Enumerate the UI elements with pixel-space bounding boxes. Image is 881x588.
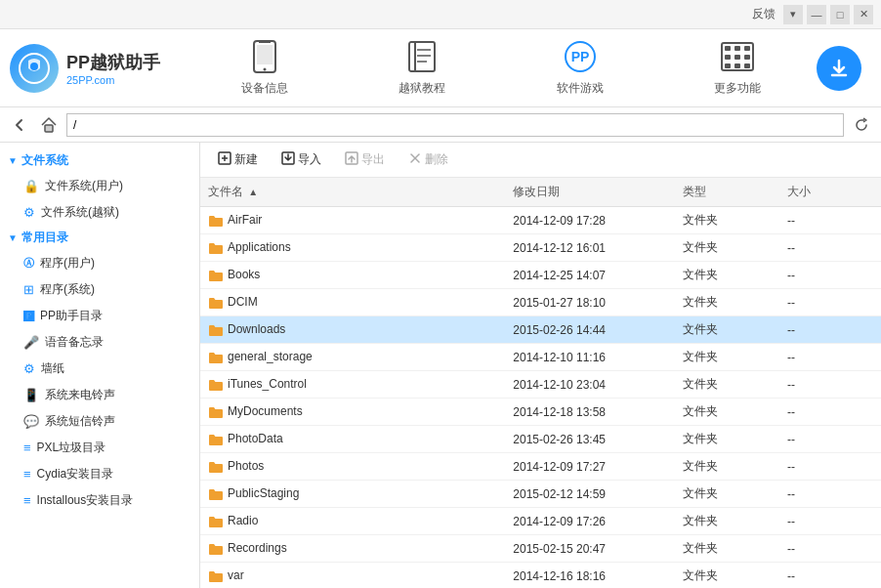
pxl-icon: ≡ xyxy=(23,441,31,455)
address-input[interactable]: / xyxy=(66,113,844,137)
new-icon xyxy=(218,151,231,168)
prog-user-icon: Ⓐ xyxy=(23,256,34,271)
sidebar-item-prog-user[interactable]: Ⓐ 程序(用户) xyxy=(0,250,199,276)
fs-user-label: 文件系统(用户) xyxy=(45,178,123,194)
close-btn[interactable]: ✕ xyxy=(854,5,873,24)
import-button[interactable]: 导入 xyxy=(272,147,331,172)
table-row[interactable]: Recordings 2015-02-15 20:47 文件夹 -- xyxy=(200,535,881,563)
svg-text:PP: PP xyxy=(570,49,589,64)
file-date-cell: 2015-02-26 14:44 xyxy=(505,316,674,344)
export-button[interactable]: 导出 xyxy=(335,147,395,172)
file-size-cell: -- xyxy=(779,371,881,399)
sidebar-item-wallpaper[interactable]: ⚙ 墙纸 xyxy=(0,356,199,382)
feedback-label[interactable]: 反馈 xyxy=(752,6,776,22)
sidebar-item-prog-sys[interactable]: ⊞ 程序(系统) xyxy=(0,276,199,303)
table-row[interactable]: iTunes_Control 2014-12-10 23:04 文件夹 -- xyxy=(200,371,881,399)
folder-icon xyxy=(208,240,224,255)
pp-dir-label: PP助手目录 xyxy=(40,308,103,324)
fs-section-label: 文件系统 xyxy=(21,152,68,169)
logo-area: PP越狱助手 25PP.com xyxy=(10,44,186,93)
table-row[interactable]: Radio 2014-12-09 17:26 文件夹 -- xyxy=(200,508,881,535)
sidebar-item-installous[interactable]: ≡ Installous安装目录 xyxy=(0,487,199,514)
table-row[interactable]: Downloads 2015-02-26 14:44 文件夹 -- xyxy=(200,316,881,344)
file-type-cell: 文件夹 xyxy=(675,316,779,344)
cydia-label: Cydia安装目录 xyxy=(37,466,114,483)
table-row[interactable]: Books 2014-12-25 14:07 文件夹 -- xyxy=(200,262,881,289)
sidebar-item-cydia[interactable]: ≡ Cydia安装目录 xyxy=(0,461,199,487)
table-row[interactable]: Photos 2014-12-09 17:27 文件夹 -- xyxy=(200,453,881,481)
svg-rect-19 xyxy=(744,55,750,60)
sidebar-item-pxl-trash[interactable]: ≡ PXL垃圾目录 xyxy=(0,435,199,461)
sidebar-section-filesystem[interactable]: ▼ 文件系统 xyxy=(0,148,199,173)
pxl-label: PXL垃圾目录 xyxy=(37,440,106,456)
file-date-cell: 2014-12-09 17:26 xyxy=(505,508,674,535)
folder-icon xyxy=(208,295,224,310)
folder-icon xyxy=(208,432,224,446)
file-date-cell: 2014-12-10 11:16 xyxy=(505,344,674,371)
table-row[interactable]: MyDocuments 2014-12-18 13:58 文件夹 -- xyxy=(200,399,881,426)
svg-rect-6 xyxy=(409,42,435,71)
common-section-label: 常用目录 xyxy=(21,230,68,246)
dropdown-btn[interactable]: ▾ xyxy=(783,5,803,24)
col-header-date[interactable]: 修改日期 xyxy=(505,178,674,207)
refresh-button[interactable] xyxy=(850,113,873,137)
nav-item-jailbreak[interactable]: 越狱教程 xyxy=(383,31,461,105)
table-row[interactable]: PhotoData 2015-02-26 13:45 文件夹 -- xyxy=(200,426,881,453)
file-size-cell: -- xyxy=(779,399,881,426)
sidebar-item-ringtone[interactable]: 📱 系统来电铃声 xyxy=(0,382,199,408)
file-name: iTunes_Control xyxy=(228,377,307,391)
file-type-cell: 文件夹 xyxy=(675,481,779,508)
export-icon xyxy=(345,151,358,168)
nav-device-info-label: 设备信息 xyxy=(241,80,288,97)
export-label: 导出 xyxy=(361,151,385,168)
svg-rect-16 xyxy=(744,46,750,51)
file-size-cell: -- xyxy=(779,563,881,589)
sidebar-item-fs-jailbreak[interactable]: ⚙ 文件系统(越狱) xyxy=(0,199,199,226)
nav-more-label: 更多功能 xyxy=(714,80,761,97)
file-name-cell: iTunes_Control xyxy=(200,371,505,399)
file-name-cell: Radio xyxy=(200,508,505,535)
prog-user-label: 程序(用户) xyxy=(40,255,95,272)
table-row[interactable]: Applications 2014-12-12 16:01 文件夹 -- xyxy=(200,234,881,262)
file-name-cell: PhotoData xyxy=(200,426,505,453)
nav-item-device-info[interactable]: 设备信息 xyxy=(226,31,304,105)
wallpaper-icon: ⚙ xyxy=(23,361,35,376)
back-button[interactable] xyxy=(8,113,31,137)
sidebar-item-voice-memo[interactable]: 🎤 语音备忘录 xyxy=(0,329,199,356)
col-header-size[interactable]: 大小 xyxy=(779,178,881,207)
file-name: Photos xyxy=(228,459,264,473)
folder-icon xyxy=(208,350,224,364)
table-row[interactable]: general_storage 2014-12-10 11:16 文件夹 -- xyxy=(200,344,881,371)
file-type-cell: 文件夹 xyxy=(675,453,779,481)
file-type-cell: 文件夹 xyxy=(675,426,779,453)
col-header-type[interactable]: 类型 xyxy=(675,178,779,207)
sidebar-item-pp-dir[interactable]: 🅿 PP助手目录 xyxy=(0,303,199,329)
nav-item-software[interactable]: PP 软件游戏 xyxy=(541,31,619,105)
download-button[interactable] xyxy=(817,46,861,91)
sidebar-item-sms-tone[interactable]: 💬 系统短信铃声 xyxy=(0,408,199,435)
ringtone-icon: 📱 xyxy=(23,388,39,402)
maximize-btn[interactable]: □ xyxy=(830,5,850,24)
folder-icon xyxy=(208,213,224,228)
table-row[interactable]: PublicStaging 2015-02-12 14:59 文件夹 -- xyxy=(200,481,881,508)
sidebar-section-common[interactable]: ▼ 常用目录 xyxy=(0,226,199,250)
minimize-btn[interactable]: — xyxy=(807,5,826,24)
table-row[interactable]: DCIM 2015-01-27 18:10 文件夹 -- xyxy=(200,289,881,316)
col-header-name[interactable]: 文件名 ▲ xyxy=(200,178,505,207)
file-type-cell: 文件夹 xyxy=(675,207,779,234)
prog-sys-icon: ⊞ xyxy=(23,282,34,297)
voice-label: 语音备忘录 xyxy=(45,334,104,351)
table-row[interactable]: AirFair 2014-12-09 17:28 文件夹 -- xyxy=(200,207,881,234)
folder-icon xyxy=(208,268,224,282)
tools-icon xyxy=(720,39,755,74)
delete-button[interactable]: 删除 xyxy=(399,147,458,172)
pp-dir-icon: 🅿 xyxy=(23,311,34,322)
new-button[interactable]: 新建 xyxy=(208,147,268,172)
logo-icon xyxy=(10,44,59,93)
nav-item-more[interactable]: 更多功能 xyxy=(698,31,776,105)
home-button[interactable] xyxy=(37,113,61,137)
sidebar-item-fs-user[interactable]: 🔒 文件系统(用户) xyxy=(0,173,199,199)
table-row[interactable]: var 2014-12-16 18:16 文件夹 -- xyxy=(200,563,881,589)
file-date-cell: 2014-12-25 14:07 xyxy=(505,262,674,289)
svg-rect-18 xyxy=(734,55,740,60)
